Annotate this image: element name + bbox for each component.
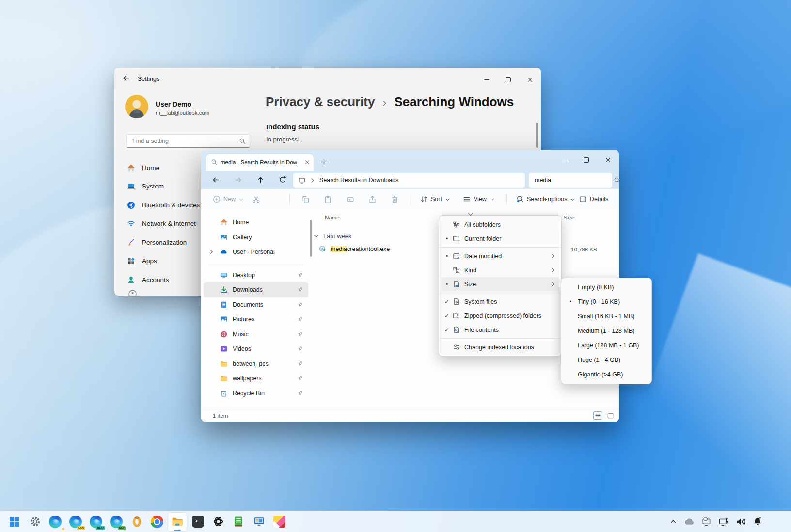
pin-icon[interactable]: [297, 375, 303, 382]
avatar[interactable]: [125, 95, 148, 118]
taskbar-system-tool-button[interactable]: [249, 512, 269, 532]
menu-item-size[interactable]: • Size: [441, 277, 559, 291]
minimize-button[interactable]: [554, 150, 575, 170]
explorer-tab[interactable]: media - Search Results in Dow: [206, 154, 314, 171]
back-button[interactable]: [208, 173, 223, 187]
search-icon[interactable]: [614, 177, 619, 184]
rename-button[interactable]: [341, 191, 359, 207]
close-button[interactable]: [597, 150, 619, 170]
taskbar-edge-dev-button[interactable]: DEV: [107, 512, 126, 532]
file-row-mediacreationtool[interactable]: mediacreationtool.exe: [319, 245, 390, 253]
remote-display-icon[interactable]: [701, 517, 712, 527]
close-button[interactable]: [519, 71, 541, 88]
nav-item-between-pcs[interactable]: between_pcs: [204, 357, 308, 372]
settings-search-input[interactable]: [131, 137, 239, 145]
menu-item-file-contents[interactable]: ✓ File contents: [441, 323, 559, 337]
maximize-button[interactable]: [575, 150, 597, 170]
menu-item-small[interactable]: Small (16 KB - 1 MB): [563, 309, 649, 324]
up-button[interactable]: [253, 173, 268, 187]
menu-item-system-files[interactable]: ✓ System files: [441, 295, 559, 309]
taskbar-paint-app-button[interactable]: [269, 512, 289, 532]
pin-icon[interactable]: [297, 345, 303, 352]
settings-scrollbar[interactable]: [536, 123, 538, 148]
pin-icon[interactable]: [297, 286, 303, 293]
taskbar-chatgpt-button[interactable]: [208, 512, 228, 532]
pin-icon[interactable]: [297, 360, 303, 367]
more-options-button[interactable]: [538, 191, 555, 207]
nav-item-gallery[interactable]: Gallery: [204, 230, 308, 245]
explorer-search-box[interactable]: [529, 173, 612, 188]
group-header-last-week[interactable]: Last week: [313, 233, 352, 240]
column-header-size[interactable]: Size: [564, 215, 574, 220]
tab-close-icon[interactable]: [304, 159, 311, 166]
pin-icon[interactable]: [297, 272, 303, 279]
nav-scrollbar[interactable]: [310, 220, 312, 257]
menu-item-huge[interactable]: Huge (1 - 4 GB): [563, 353, 649, 367]
pin-icon[interactable]: [297, 390, 303, 397]
menu-item-kind[interactable]: Kind: [441, 263, 559, 277]
menu-item-change-indexed-locations[interactable]: Change indexed locations: [441, 340, 559, 354]
chevron-right-icon[interactable]: [309, 177, 316, 184]
paste-button[interactable]: [319, 191, 336, 207]
minimize-button[interactable]: [475, 71, 497, 88]
menu-item-tiny[interactable]: • Tiny (0 - 16 KB): [563, 295, 649, 309]
menu-item-large[interactable]: Large (128 MB - 1 GB): [563, 338, 649, 353]
menu-item-medium[interactable]: Medium (1 - 128 MB): [563, 324, 649, 338]
new-button[interactable]: New: [213, 189, 244, 209]
share-button[interactable]: [364, 191, 381, 207]
nav-item-music[interactable]: Music: [204, 327, 308, 342]
pin-icon[interactable]: [297, 331, 303, 338]
start-button[interactable]: [5, 512, 24, 532]
thumbnail-view-toggle[interactable]: [607, 412, 614, 419]
taskbar-notes-button[interactable]: [229, 512, 248, 532]
copy-button[interactable]: [297, 191, 314, 207]
chevron-down-icon[interactable]: [313, 233, 319, 239]
delete-button[interactable]: [386, 191, 403, 207]
taskbar-chrome-button[interactable]: [147, 512, 167, 532]
details-view-toggle[interactable]: [593, 411, 602, 420]
volume-icon[interactable]: [735, 517, 746, 527]
nav-item-home[interactable]: Home: [204, 215, 308, 230]
menu-item-date-modified[interactable]: • Date modified: [441, 249, 559, 263]
sort-button[interactable]: Sort: [420, 189, 450, 209]
taskbar-file-explorer-button[interactable]: [168, 512, 187, 532]
back-arrow-button[interactable]: [122, 74, 130, 82]
nav-item-videos[interactable]: Videos: [204, 342, 308, 357]
nav-item-desktop[interactable]: Desktop: [204, 268, 308, 283]
breadcrumb-parent[interactable]: Privacy & security: [266, 94, 375, 110]
nav-item-wallpapers[interactable]: wallpapers: [204, 371, 308, 386]
settings-search-box[interactable]: [126, 134, 250, 148]
taskbar-edge-button[interactable]: [46, 512, 65, 532]
forward-button[interactable]: [230, 173, 246, 187]
menu-item-empty[interactable]: Empty (0 KB): [563, 280, 649, 295]
menu-item-zipped-folders[interactable]: ✓ Zipped (compressed) folders: [441, 309, 559, 323]
maximize-button[interactable]: [497, 71, 519, 88]
pin-icon[interactable]: [297, 316, 303, 323]
cut-button[interactable]: [247, 191, 265, 207]
nav-item-recycle-bin[interactable]: Recycle Bin: [204, 386, 308, 401]
refresh-button[interactable]: [275, 173, 290, 187]
expander-chevron-icon[interactable]: [208, 249, 214, 255]
menu-item-gigantic[interactable]: Gigantic (>4 GB): [563, 367, 649, 382]
taskbar-terminal-button[interactable]: >_: [188, 512, 207, 532]
explorer-search-input[interactable]: [534, 176, 614, 184]
notification-bell-icon[interactable]: z: [752, 516, 763, 527]
details-button[interactable]: Details: [579, 189, 608, 209]
onedrive-cloud-icon[interactable]: [683, 517, 695, 526]
ethernet-icon[interactable]: [718, 517, 729, 527]
address-bar[interactable]: Search Results in Downloads: [293, 173, 525, 188]
taskbar-settings-button[interactable]: [25, 512, 45, 532]
taskbar-edge-beta-button[interactable]: BETA: [86, 512, 106, 532]
menu-item-all-subfolders[interactable]: All subfolders: [441, 218, 559, 232]
nav-item-pictures[interactable]: Pictures: [204, 312, 308, 327]
nav-item-downloads[interactable]: Downloads: [204, 282, 308, 297]
pin-icon[interactable]: [297, 301, 303, 308]
new-tab-button[interactable]: [320, 158, 328, 166]
tray-chevron-icon[interactable]: [669, 518, 677, 526]
nav-item-onedrive-personal[interactable]: User - Personal: [204, 245, 308, 260]
menu-item-current-folder[interactable]: • Current folder: [441, 232, 559, 246]
view-button[interactable]: View: [463, 189, 495, 209]
column-header-name[interactable]: Name: [325, 215, 340, 220]
taskbar-edge-canary-button[interactable]: CAN: [66, 512, 85, 532]
nav-item-documents[interactable]: Documents: [204, 297, 308, 313]
